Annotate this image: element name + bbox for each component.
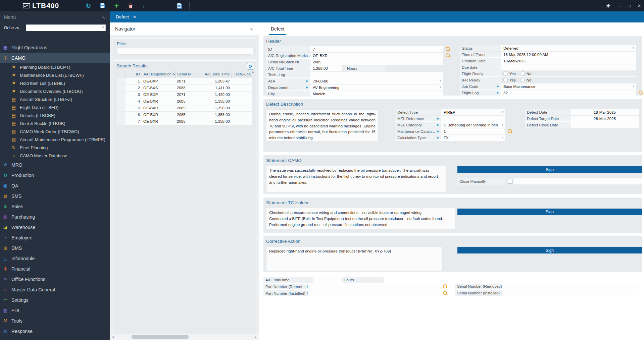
statement-tc-holder-textarea[interactable]: Checked oil pressure sensor wiring and c…: [266, 208, 455, 229]
table-row[interactable]: 3 OE-BXP 2071 1,420.00: [117, 91, 252, 98]
refresh-icon[interactable]: ↻: [84, 2, 92, 10]
sidebar-item[interactable]: ⌂ Master Data General: [0, 284, 110, 295]
tc-holder-sign-button[interactable]: Sign: [457, 209, 642, 215]
flight-log-field[interactable]: 32: [501, 90, 636, 96]
defect-close-date-field[interactable]: [571, 122, 639, 128]
results-vertical-scrollbar[interactable]: ▲▼: [250, 70, 255, 340]
tab-close-icon[interactable]: ✕: [133, 15, 136, 19]
creation-date-field[interactable]: 18-Mar-2025: [501, 58, 636, 64]
sidebar-item[interactable]: $ Financial: [0, 264, 110, 274]
sidebar-item[interactable]: ◫ CAMO: [0, 53, 110, 63]
ifr-ready-no-radio[interactable]: [521, 78, 525, 82]
registration-field[interactable]: OE-BXR: [310, 53, 443, 59]
sidebar-item[interactable]: ▤ Aircraft Structure (LTBLFZ): [0, 95, 110, 103]
sidebar-item[interactable]: ▥ Response: [0, 326, 110, 336]
sidebar-item[interactable]: ▤ Flight Data (LTBFD): [0, 103, 110, 111]
delete-icon[interactable]: [127, 2, 135, 10]
add-icon[interactable]: +: [112, 2, 120, 10]
defect-date-field[interactable]: 18-Mar-2025: [571, 109, 639, 115]
close-manually-field[interactable]: [513, 178, 642, 184]
results-col-total-time[interactable]: A/C Total Time: [195, 70, 232, 78]
sidebar-item[interactable]: ⚑ Planning Board (LTBCPT): [0, 63, 110, 71]
footer-total-time-field[interactable]: [313, 277, 339, 283]
flight-ready-yes-radio[interactable]: [503, 71, 508, 76]
forward-arrow-icon[interactable]: →: [155, 2, 163, 10]
registration-search-icon[interactable]: [445, 53, 450, 58]
table-row[interactable]: 7 OE-BXR 2085 1,358.00: [117, 118, 252, 125]
mel-category-dropdown[interactable]: C Behebung der Störung in den: [441, 122, 505, 128]
table-row[interactable]: 2 OE-BXS 2088 1,411.00: [117, 84, 252, 91]
results-col-registration[interactable]: A/C Registration N: [142, 70, 175, 78]
close-manually-checkbox[interactable]: [508, 179, 512, 184]
goto-dropdown[interactable]: [26, 24, 106, 31]
status-dropdown[interactable]: Deferred: [501, 45, 636, 51]
sidebar-item[interactable]: ▭ Settings: [0, 295, 110, 305]
ifr-ready-yes-radio[interactable]: [503, 78, 508, 82]
sidebar-item[interactable]: ▦ Flight Operations: [0, 42, 110, 53]
defect-target-date-field[interactable]: 28-Mar-2025: [571, 116, 639, 122]
save-icon[interactable]: [98, 2, 106, 10]
maintenance-catalog-field[interactable]: 1: [441, 128, 505, 134]
sidebar-item[interactable]: ◔ Employee: [0, 232, 110, 243]
doc-tab-defect[interactable]: Defect: [269, 26, 286, 35]
table-row[interactable]: 4 OE-BXR 2085 1,358.00: [117, 98, 252, 105]
maintenance-catalog-search-icon[interactable]: [507, 128, 512, 134]
total-time-field[interactable]: 1,358.00: [310, 65, 342, 71]
sidebar-item[interactable]: ▣ QA: [0, 180, 110, 191]
sidebar-item[interactable]: ↻ Fleet Planning: [0, 144, 110, 152]
sidebar-item[interactable]: ▥ EDI: [0, 305, 110, 316]
navigator-horizontal-scrollbar[interactable]: ◄ ►: [110, 334, 259, 340]
sidebar-item[interactable]: ▤ CAMO Work Order (LTBCWO): [0, 127, 110, 135]
close-icon[interactable]: ✕: [637, 3, 642, 8]
part-number-removed-field[interactable]: [308, 284, 440, 290]
flight-log-search-icon[interactable]: [638, 90, 643, 95]
sidebar-item[interactable]: ◍ SMS: [0, 191, 110, 201]
sidebar-item[interactable]: ▤ Defects (LTBCBE): [0, 111, 110, 119]
statement-camo-textarea[interactable]: The issue was successfully resolved by r…: [266, 166, 446, 192]
ata-dropdown[interactable]: 79-00-00: [310, 78, 443, 84]
sidebar-item[interactable]: ⚙ MRO: [0, 160, 110, 170]
flight-ready-no-radio[interactable]: [521, 71, 525, 76]
results-col-id[interactable]: ID: [126, 70, 142, 78]
corrective-action-sign-button[interactable]: Sign: [457, 247, 642, 253]
table-row[interactable]: 1 OE-BXP 2071 1,303.47: [117, 78, 252, 84]
sidebar-item[interactable]: ⌂ CAMO Master Database: [0, 152, 110, 160]
table-row[interactable]: 5 OE-BXR 2085 1,358.00: [117, 105, 252, 111]
sidebar-item[interactable]: ▥ Purchasing: [0, 212, 110, 222]
filter-input[interactable]: [117, 48, 253, 55]
sidebar-item[interactable]: $ Sales: [0, 201, 110, 212]
pin-window-icon[interactable]: [606, 4, 612, 8]
techlog-field[interactable]: [310, 72, 443, 78]
serial-field[interactable]: 2085: [310, 59, 443, 65]
menu-pin-icon[interactable]: 📌︎: [101, 15, 106, 19]
results-col-serial[interactable]: Serial N: [175, 70, 195, 78]
maximize-icon[interactable]: □: [627, 3, 632, 8]
sidebar-item[interactable]: ⚒ Tools: [0, 316, 110, 326]
sidebar-item[interactable]: ✎ Office Functions: [0, 274, 110, 284]
results-refresh-icon[interactable]: ⟳: [247, 63, 254, 70]
time-of-event-field[interactable]: 13-Mar-2025 12:00:00 AM: [501, 52, 636, 58]
id-search-icon[interactable]: [445, 46, 450, 52]
sidebar-item[interactable]: ⚑ Documents Overview (LTBCDO): [0, 87, 110, 95]
sidebar-item[interactable]: ⚙ Production: [0, 170, 110, 180]
camo-sign-button[interactable]: Sign: [457, 166, 642, 173]
due-date-field[interactable]: [501, 64, 636, 70]
sidebar-item[interactable]: ◪ Warehouse: [0, 222, 110, 232]
defect-description-textarea[interactable]: During cruise, noticed intermittent fluc…: [266, 109, 379, 141]
results-col-techlog[interactable]: Tech.-Log: [232, 70, 252, 78]
sidebar-item[interactable]: ◺ Infomodule: [0, 253, 110, 264]
sidebar-item[interactable]: ⚑ Maintenance Due List (LTBCWF): [0, 71, 110, 79]
sidebar-item[interactable]: ▤ Aircraft Maintenance Programme (LTBMPR…: [0, 135, 110, 144]
results-col-selector[interactable]: [117, 70, 126, 78]
defect-type-dropdown[interactable]: PIREP: [441, 109, 505, 115]
navigator-pin-icon[interactable]: 📌︎: [249, 26, 254, 31]
corrective-action-textarea[interactable]: Replaced right-hand engine oil pressure …: [266, 246, 443, 271]
mel-reference-field[interactable]: [441, 116, 505, 122]
sidebar-item[interactable]: ▤ Dent & Buckle (LTBDB): [0, 119, 110, 127]
minimize-icon[interactable]: ─: [616, 3, 622, 8]
part-number-removed-search-icon[interactable]: [442, 284, 448, 289]
table-row[interactable]: 6 OE-BXR 2085 1,358.00: [117, 111, 252, 118]
tab-defect[interactable]: Defect: [116, 14, 129, 19]
city-field[interactable]: Munich: [310, 91, 443, 97]
job-code-dropdown[interactable]: Base Maintenance: [501, 83, 636, 90]
